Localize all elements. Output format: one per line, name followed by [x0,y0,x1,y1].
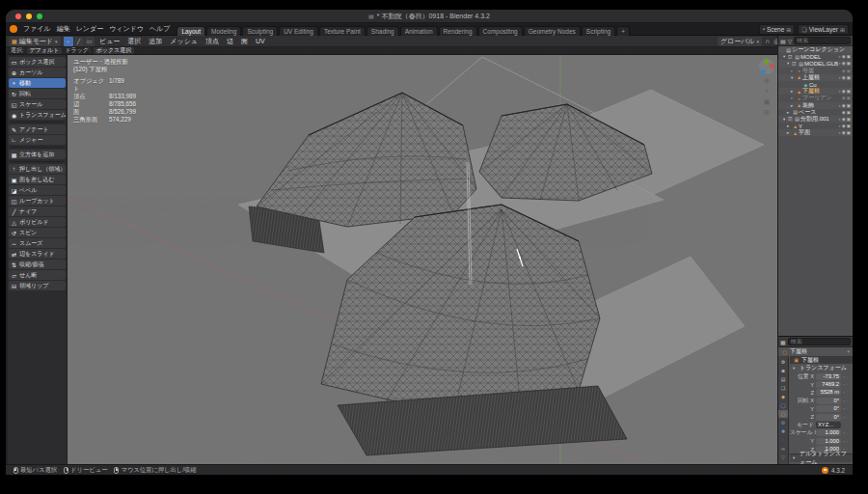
tab-sculpting[interactable]: Sculpting [242,26,278,36]
tool-bevel[interactable]: ◪ベベル [9,185,66,195]
tool-edge-slide[interactable]: ⇄辺をスライド [9,249,66,259]
titlebar[interactable]: ▤ * 不動院（春日）0918 - Blender 4.3.2 [6,10,853,23]
camera-view-icon[interactable]: ▣ [764,98,771,106]
new-view-layer-icon[interactable]: ⊞ [840,26,845,33]
scale-y-field[interactable]: 1.000 [816,438,841,445]
animate-dot-icon[interactable]: · [847,415,851,420]
tool-shrink-fatten[interactable]: ⇅収縮/膨張 [9,260,66,269]
rotation-x-field[interactable]: 0° [816,398,841,404]
select-mode-dropdown[interactable]: デフォルト [27,47,63,54]
tab-scene[interactable]: ◆ [778,393,788,400]
axis-gizmo[interactable] [759,59,774,74]
menu-render[interactable]: レンダー [73,24,107,34]
menu-select[interactable]: 選択 [125,37,144,46]
maximize-button[interactable] [37,14,42,19]
tab-geometry-nodes[interactable]: Geometry Nodes [524,26,581,36]
outliner-row-y[interactable]: ▸▲Y⌖◉▣ [778,123,853,129]
menu-file[interactable]: ファイル [20,24,54,34]
tab-object[interactable]: ▢ [778,410,788,418]
location-x-field[interactable]: -73.75 [816,373,841,380]
outliner-row-model-glb[interactable]: ▾☑▤MODEL.GLB⌖◉▣ [778,60,853,67]
viewport-canvas[interactable]: ユーザー・透視投影 (120) 下屋根 オブジェクト1/789 頂点8/133,… [68,55,777,464]
tool-box-select[interactable]: ▭ボックス選択 [9,57,66,67]
menu-view[interactable]: ビュー [97,37,122,46]
tool-spin[interactable]: ↺スピン [9,228,66,237]
new-scene-icon[interactable]: ⊞ [786,26,791,33]
tab-object-data[interactable]: ▽ [778,453,788,461]
tab-world[interactable]: ◯ [778,401,788,409]
active-object-bar[interactable]: ▣ 下屋根 [790,356,853,364]
y-axis-dot[interactable] [764,59,769,64]
menu-edit[interactable]: 編集 [54,24,73,34]
tab-rendering[interactable]: Rendering [439,26,477,36]
outliner-row-moya[interactable]: ▸▲母屋◉▣ [778,68,853,74]
tool-scale[interactable]: ◱スケール [9,99,66,109]
tab-tool[interactable]: ⚙ [778,358,788,366]
outliner-row-model[interactable]: ▾☑▤MODEL⌖◉▣ [778,53,853,60]
menu-help[interactable]: ヘルプ [147,24,174,34]
rotation-y-field[interactable]: 0° [816,405,841,412]
tool-rotate[interactable]: ↻回転 [9,89,66,98]
close-button[interactable] [15,14,21,19]
view-layer-selector[interactable]: ❏ ViewLayer ⊞ [798,24,849,35]
x-axis-dot[interactable] [770,64,774,69]
tab-texture-paint[interactable]: Texture Paint [319,26,366,36]
tool-annotate[interactable]: ✎アノテート [9,124,66,134]
snap-magnet-icon[interactable]: ∩ [764,38,771,44]
rotation-mode-dropdown[interactable]: XYZ… [816,422,841,428]
pin-icon[interactable]: ⌖ [847,348,850,355]
scene-selector[interactable]: ▪ Scene ⊞ [759,24,796,35]
drag-mode-dropdown[interactable]: ボックス選択 [94,47,135,54]
tab-view-layer[interactable]: ❏ [778,384,788,392]
blender-logo-icon[interactable] [10,25,17,33]
outliner-row-boolean[interactable]: ▸▲ブーリアン◉▣ [778,95,853,101]
outliner-row-plane[interactable]: ▸▲平面⌖◉▣ [778,129,853,136]
zoom-view-icon[interactable]: ⊕ [764,77,770,85]
animate-dot-icon[interactable]: · [847,382,851,387]
tab-shading[interactable]: Shading [366,26,399,36]
tab-animation[interactable]: Animation [400,26,438,36]
pan-view-icon[interactable]: + [765,88,769,96]
rotation-z-field[interactable]: 0° [816,414,841,421]
orientation-dropdown[interactable]: グローバル ▾ [718,37,762,46]
outliner-display-mode-icon[interactable]: ▤ [780,38,786,44]
properties-search-input[interactable] [788,338,851,345]
tab-add-workspace[interactable]: + [616,26,630,36]
location-y-field[interactable]: 7469.2 [816,381,841,388]
tab-compositing[interactable]: Compositing [478,26,523,36]
z-axis-dot[interactable] [761,69,766,74]
animate-dot-icon[interactable]: · [847,423,851,427]
menu-vertex[interactable]: 頂点 [203,37,222,46]
outliner-row-upper-roof[interactable]: ▾▲上屋根⌖◉▣ [778,74,853,81]
animate-dot-icon[interactable]: · [847,439,851,444]
tool-add-cube[interactable]: ▦立方体を追加 [9,150,66,159]
tool-shear[interactable]: ▱せん断 [9,270,66,280]
minimize-button[interactable] [26,14,32,19]
tool-cursor[interactable]: ⊕カーソル [9,68,66,77]
animate-dot-icon[interactable]: · [847,398,851,403]
menu-face[interactable]: 面 [239,37,251,46]
menu-add[interactable]: 追加 [147,37,165,46]
scale-x-field[interactable]: 1.000 [816,429,841,436]
tool-transform[interactable]: ◉トランスフォーム [9,110,66,120]
location-z-field[interactable]: 5528 m [816,389,841,396]
outliner-row-scene-collection[interactable]: ▤シーンコレクション [778,46,853,53]
tab-constraints[interactable]: ∞ [778,445,788,453]
tab-modeling[interactable]: Modeling [206,26,241,36]
perspective-toggle-icon[interactable]: ⊞ [764,109,770,117]
tool-smooth[interactable]: ∼スムーズ [9,238,66,248]
tool-move[interactable]: ⌖移動 [9,78,66,88]
outliner-row-split-collection[interactable]: ▾☑▤分割用.001⌖◉▣ [778,116,853,123]
edge-select-button[interactable]: ╱ [74,37,84,46]
tool-extrude-region[interactable]: ↑押し出し（領域） [9,164,66,174]
tab-output[interactable]: ▤ [778,375,788,383]
tab-particles[interactable]: ✱ [778,427,788,435]
menu-window[interactable]: ウィンドウ [106,24,147,34]
tab-layout[interactable]: Layout [176,26,205,36]
tool-knife[interactable]: ╱ナイフ [9,206,66,216]
tool-loop-cut[interactable]: ◫ループカット [9,196,66,206]
transform-panel-header[interactable]: ▾トランスフォーム [790,364,853,372]
filter-icon[interactable]: ▽ [788,38,793,44]
menu-edge[interactable]: 辺 [225,37,236,46]
tab-physics[interactable]: ◌ [778,436,788,444]
